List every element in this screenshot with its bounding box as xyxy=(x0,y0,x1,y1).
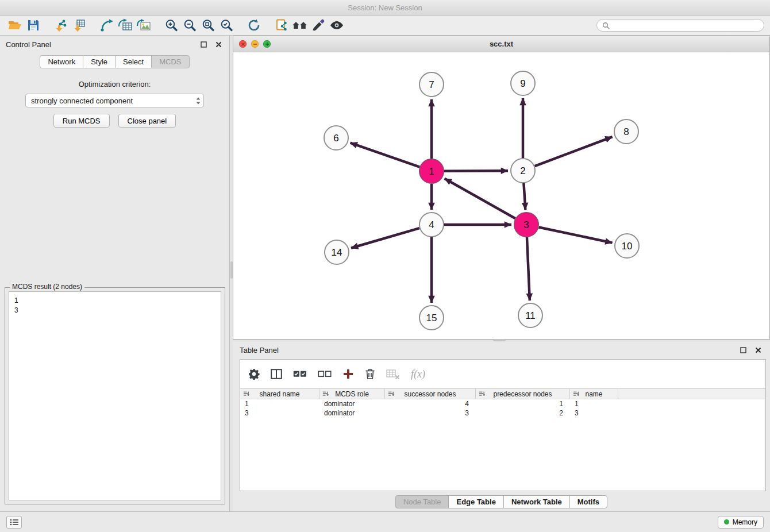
search-input[interactable] xyxy=(613,21,759,29)
column-header-successor-nodes[interactable]: successor nodes xyxy=(385,389,476,399)
node-6[interactable]: 6 xyxy=(324,126,348,150)
zoom-fit-button[interactable] xyxy=(199,17,217,34)
svg-text:1: 1 xyxy=(429,166,434,177)
new-network-button[interactable] xyxy=(98,17,116,34)
zoom-out-button[interactable] xyxy=(180,17,199,34)
export-image-button[interactable] xyxy=(134,17,153,34)
tab-network[interactable]: Network xyxy=(40,55,83,68)
network-window-titlebar: scc.txt xyxy=(233,36,769,52)
zoom-out-icon xyxy=(183,18,197,32)
svg-text:15: 15 xyxy=(426,313,437,323)
eye-icon xyxy=(329,18,344,32)
window-zoom-button[interactable] xyxy=(263,40,271,48)
edge-3-10[interactable] xyxy=(539,228,613,243)
import-network-button[interactable] xyxy=(52,17,70,34)
node-2[interactable]: 2 xyxy=(511,159,535,183)
table-row[interactable]: 1dominator411 xyxy=(240,399,765,408)
edge-3-11[interactable] xyxy=(527,237,530,300)
column-header-shared-name[interactable]: shared name xyxy=(240,389,319,399)
zoom-selected-button[interactable] xyxy=(217,17,236,34)
memory-status-dot xyxy=(724,519,729,525)
run-mcds-button[interactable]: Run MCDS xyxy=(53,114,110,128)
window-traffic-lights xyxy=(239,40,271,48)
show-hide-graphics-button[interactable] xyxy=(328,17,346,34)
table-rows: 1dominator4113dominator323 xyxy=(240,399,765,418)
table-row[interactable]: 3dominator323 xyxy=(240,408,765,418)
edge-4-14[interactable] xyxy=(351,228,419,248)
window-minimize-button[interactable] xyxy=(251,40,259,48)
node-3[interactable]: 3 xyxy=(514,213,538,237)
zoom-in-button[interactable] xyxy=(162,17,180,34)
column-header-MCDS-role[interactable]: MCDS role xyxy=(319,389,385,399)
node-8[interactable]: 8 xyxy=(614,119,638,144)
mcds-result-box: MCDS result (2 nodes) 13 xyxy=(5,287,225,504)
panel-divider-handle[interactable] xyxy=(493,339,506,341)
window-close-button[interactable] xyxy=(239,40,247,48)
memory-button[interactable]: Memory xyxy=(718,516,764,529)
svg-text:11: 11 xyxy=(525,310,536,321)
node-table-container: f(x) shared nameMCDS rolesuccessor nodes… xyxy=(240,359,766,491)
edge-2-3[interactable] xyxy=(523,183,525,210)
tab-mcds[interactable]: MCDS xyxy=(151,55,189,68)
table-panel: Table Panel f(x) shared nameMCDS rolesuc… xyxy=(233,342,770,511)
svg-text:3: 3 xyxy=(523,219,529,230)
trash-icon xyxy=(365,368,375,380)
task-history-button[interactable] xyxy=(6,516,22,529)
edge-3-1[interactable] xyxy=(445,179,515,218)
tab-edge-table[interactable]: Edge Table xyxy=(448,495,503,508)
search-field xyxy=(596,19,764,32)
copy-network-button[interactable] xyxy=(272,17,291,34)
apply-style-button[interactable] xyxy=(309,17,328,34)
table-toolbar: f(x) xyxy=(240,360,765,388)
edge-1-2[interactable] xyxy=(444,171,508,171)
node-4[interactable]: 4 xyxy=(419,213,444,237)
select-chevrons-icon xyxy=(195,97,201,105)
node-14[interactable]: 14 xyxy=(325,240,349,264)
float-panel-button[interactable] xyxy=(198,39,209,49)
deselect-all-button[interactable] xyxy=(318,370,332,378)
tab-select[interactable]: Select xyxy=(115,55,152,68)
close-mcds-panel-button[interactable]: Close panel xyxy=(118,114,176,128)
fx-icon: f(x) xyxy=(411,368,425,380)
node-15[interactable]: 15 xyxy=(419,306,444,330)
edge-2-8[interactable] xyxy=(535,137,613,166)
table-settings-button[interactable] xyxy=(248,368,260,380)
delete-table-button[interactable] xyxy=(386,368,400,380)
node-9[interactable]: 9 xyxy=(511,71,535,95)
close-icon xyxy=(215,41,222,48)
zoom-fit-icon xyxy=(201,18,215,32)
close-panel-button[interactable] xyxy=(213,39,224,49)
function-builder-button[interactable]: f(x) xyxy=(411,368,425,380)
refresh-layout-button[interactable] xyxy=(245,17,263,34)
float-table-panel-button[interactable] xyxy=(738,345,748,355)
tab-style[interactable]: Style xyxy=(83,55,116,68)
home-view-button[interactable] xyxy=(291,17,309,34)
tab-network-table[interactable]: Network Table xyxy=(503,495,570,508)
main-toolbar xyxy=(0,16,770,36)
home-icon xyxy=(292,18,308,32)
column-header-name[interactable]: name xyxy=(570,389,618,399)
split-panel-button[interactable] xyxy=(271,369,282,379)
criterion-select[interactable]: strongly connected component xyxy=(25,94,204,107)
tab-node-table[interactable]: Node Table xyxy=(395,495,449,508)
tab-motifs[interactable]: Motifs xyxy=(569,495,607,508)
open-session-button[interactable] xyxy=(6,17,24,34)
delete-column-button[interactable] xyxy=(365,368,375,380)
select-all-button[interactable] xyxy=(293,370,307,378)
panel-divider-handle[interactable] xyxy=(230,261,233,279)
save-icon xyxy=(26,18,40,32)
save-session-button[interactable] xyxy=(24,17,43,34)
import-table-button[interactable] xyxy=(70,17,88,34)
network-arrows-icon xyxy=(100,18,114,32)
node-1[interactable]: 1 xyxy=(419,159,444,183)
svg-text:2: 2 xyxy=(520,165,525,176)
node-10[interactable]: 10 xyxy=(615,234,639,258)
clone-network-button[interactable] xyxy=(116,17,134,34)
column-header-predecessor-nodes[interactable]: predecessor nodes xyxy=(476,389,570,399)
add-column-button[interactable] xyxy=(342,368,354,380)
close-table-panel-button[interactable] xyxy=(753,345,763,355)
node-11[interactable]: 11 xyxy=(518,303,542,327)
node-7[interactable]: 7 xyxy=(419,72,444,97)
network-canvas[interactable]: 7968124314101511 xyxy=(233,52,769,339)
edge-1-6[interactable] xyxy=(351,143,420,167)
